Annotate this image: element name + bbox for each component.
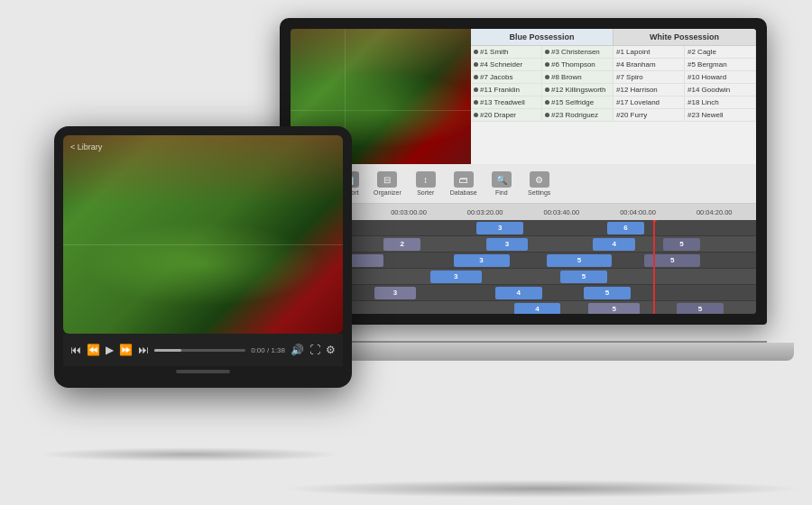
roster-cell: #3 Christensen [542, 46, 614, 58]
roster-cell: #12 Harrison [614, 84, 685, 96]
timeline-tracks: 3 6 2 3 4 5 3 3 5 5 [291, 220, 756, 314]
progress-fill [154, 349, 181, 352]
organizer-icon: ⊟ [377, 171, 397, 188]
find-icon: 🔍 [492, 171, 512, 188]
clip[interactable]: 4 [514, 303, 561, 315]
time-display: 0:00 / 1:38 [251, 346, 285, 354]
sorter-label: Sorter [417, 189, 434, 196]
roster-row: #20 Draper #23 Rodriguez #20 Furry #23 N… [471, 109, 756, 122]
track-row: 3 6 [291, 220, 756, 236]
clip[interactable]: 5 [588, 303, 640, 315]
database-icon: 🗃 [454, 171, 474, 188]
track-row: 3 3 5 5 [291, 252, 756, 269]
settings-button[interactable]: ⚙ [326, 344, 336, 356]
roster-cell: #12 Killingsworth [542, 84, 614, 96]
progress-bar[interactable] [154, 349, 245, 352]
roster-cell: #2 Cagle [685, 46, 756, 58]
laptop-timeline-section: ⊞ Matrix 📄 Report ⊟ Organizer ↕ [291, 164, 756, 314]
time-label: 00:03:00.00 [371, 208, 448, 216]
tablet-video: < Library [63, 135, 343, 334]
clip[interactable]: 3 [476, 222, 523, 234]
playhead[interactable] [653, 220, 655, 314]
sorter-icon: ↕ [416, 171, 436, 188]
step-forward-button[interactable]: ⏩ [119, 344, 133, 356]
clip[interactable]: 2 [383, 238, 420, 251]
field-line-h [63, 244, 343, 245]
timeline-toolbar: ⊞ Matrix 📄 Report ⊟ Organizer ↕ [291, 164, 756, 204]
clip[interactable]: 3 [430, 271, 482, 283]
clip[interactable]: 6 [607, 222, 644, 234]
clip[interactable]: 5 [547, 254, 612, 267]
settings-label: Settings [528, 189, 550, 196]
roster-cell: #18 Linch [685, 96, 756, 108]
zoom-button[interactable]: ⛶ [309, 344, 320, 356]
tablet-body: < Library ⏮ ⏪ ▶ ⏩ ⏭ 0:00 / 1:38 🔊 ⛶ ⚙ [54, 126, 352, 388]
roster-cell: #8 Brown [542, 71, 614, 83]
time-label: 00:03:20.00 [447, 208, 523, 216]
laptop-screen-outer: Blue Possession White Possession #1 Smit… [280, 18, 767, 325]
clip[interactable]: 4 [495, 287, 542, 299]
library-back-button[interactable]: < Library [70, 142, 102, 152]
tablet-home-indicator [176, 370, 230, 373]
roster-cell: #20 Furry [614, 109, 685, 121]
find-button[interactable]: 🔍 Find [488, 171, 515, 196]
roster-cell: #6 Thompson [542, 59, 614, 70]
blue-possession-header: Blue Possession [471, 29, 614, 45]
track-row: 3 5 [291, 269, 756, 285]
time-ruler: 00:02:40.00 00:03:00.00 00:03:20.00 00:0… [291, 204, 756, 220]
roster-row: #13 Treadwell #15 Selfridge #17 Loveland… [471, 96, 756, 109]
organizer-button[interactable]: ⊟ Organizer [374, 171, 401, 196]
laptop-top-section: Blue Possession White Possession #1 Smit… [291, 29, 756, 164]
clip[interactable]: 5 [644, 254, 700, 267]
roster-subheader-row: #1 Smith #3 Christensen #1 Lapoint #2 Ca… [471, 46, 756, 59]
roster-row: #7 Jacobs #8 Brown #7 Spiro #10 Howard [471, 71, 756, 84]
track-row: 3 4 5 [291, 285, 756, 301]
clip[interactable]: 5 [560, 271, 607, 283]
roster-cell: #14 Goodwin [685, 84, 756, 96]
track-row: 4 5 5 [291, 301, 756, 314]
laptop: Blue Possession White Possession #1 Smit… [280, 18, 785, 361]
roster-cell: #4 Branham [614, 59, 685, 70]
roster-cell: #20 Draper [471, 109, 542, 121]
settings-icon: ⚙ [530, 171, 549, 188]
laptop-roster: Blue Possession White Possession #1 Smit… [471, 29, 756, 164]
rewind-button[interactable]: ⏮ [70, 344, 81, 356]
laptop-screen-inner: Blue Possession White Possession #1 Smit… [291, 29, 756, 314]
organizer-label: Organizer [374, 189, 401, 196]
scene: Blue Possession White Possession #1 Smit… [0, 0, 812, 505]
roster-cell: #23 Rodriguez [542, 109, 614, 121]
tablet-shadow [36, 447, 343, 462]
roster-cell: #10 Howard [685, 71, 756, 83]
clip[interactable]: 5 [677, 303, 724, 315]
step-back-button[interactable]: ⏪ [87, 344, 100, 356]
roster-row: #11 Franklin #12 Killingsworth #12 Harri… [471, 84, 756, 96]
settings-button[interactable]: ⚙ Settings [526, 171, 553, 196]
roster-cell: #7 Spiro [614, 71, 685, 83]
roster-cell: #11 Franklin [471, 84, 542, 96]
tablet-controls: ⏮ ⏪ ▶ ⏩ ⏭ 0:00 / 1:38 🔊 ⛶ ⚙ [63, 334, 343, 366]
clip[interactable]: 3 [486, 238, 528, 251]
roster-cell: #23 Newell [685, 109, 756, 121]
field-line [291, 110, 471, 111]
roster-row: #4 Schneider #6 Thompson #4 Branham #5 B… [471, 59, 756, 71]
clip[interactable]: 5 [584, 287, 631, 299]
time-label: 00:04:20.00 [676, 208, 752, 216]
clip[interactable]: 3 [374, 287, 416, 299]
clip[interactable]: 5 [663, 238, 700, 251]
tablet: < Library ⏮ ⏪ ▶ ⏩ ⏭ 0:00 / 1:38 🔊 ⛶ ⚙ [54, 126, 352, 388]
sorter-button[interactable]: ↕ Sorter [412, 171, 439, 196]
find-label: Find [495, 189, 508, 196]
volume-button[interactable]: 🔊 [291, 344, 304, 356]
clip[interactable]: 4 [593, 238, 634, 251]
time-label: 00:03:40.00 [523, 208, 600, 216]
clip[interactable]: 3 [454, 254, 510, 267]
roster-cell: #1 Lapoint [614, 46, 685, 58]
tablet-screen: < Library [63, 135, 343, 334]
roster-cell: #5 Bergman [685, 59, 756, 70]
database-button[interactable]: 🗃 Database [450, 171, 477, 196]
fast-forward-button[interactable]: ⏭ [138, 344, 149, 356]
time-label: 00:04:00.00 [600, 208, 677, 216]
roster-header: Blue Possession White Possession [471, 29, 756, 46]
play-button[interactable]: ▶ [106, 344, 114, 356]
white-possession-header: White Possession [614, 29, 756, 45]
